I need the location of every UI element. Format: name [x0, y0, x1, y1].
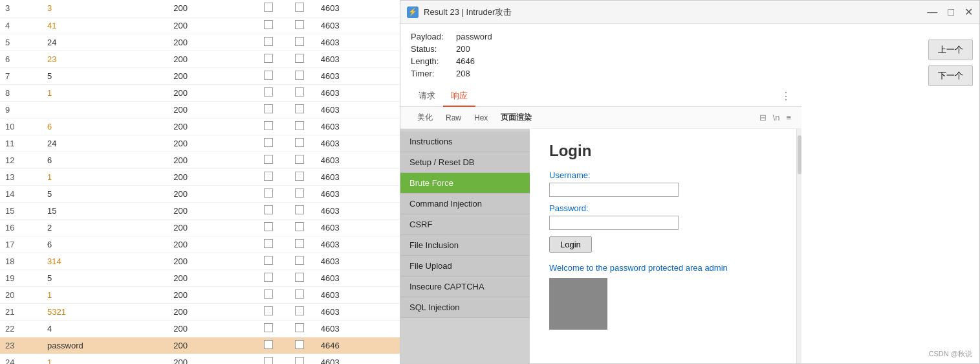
password-input[interactable] — [549, 216, 679, 230]
table-row[interactable]: 183142004603 — [0, 253, 400, 269]
row-check2[interactable] — [284, 34, 316, 51]
tab-more-icon[interactable]: ⋮ — [781, 90, 791, 102]
row-check1[interactable] — [252, 17, 284, 34]
table-row[interactable]: 11242004603 — [0, 135, 400, 152]
row-check2[interactable] — [284, 219, 316, 236]
table-row[interactable]: 23password2004646 — [0, 337, 400, 354]
row-check1[interactable] — [252, 236, 284, 253]
table-row[interactable]: 332004603 — [0, 0, 400, 17]
sub-tab-beautify[interactable]: 美化 — [411, 109, 439, 126]
sub-tab-render[interactable]: 页面渲染 — [494, 109, 538, 126]
row-check2[interactable] — [284, 168, 316, 185]
row-check1[interactable] — [252, 118, 284, 135]
nav-item-insecure-captcha[interactable]: Insecure CAPTCHA — [400, 277, 530, 297]
row-check1[interactable] — [252, 253, 284, 269]
row-check1[interactable] — [252, 34, 284, 51]
table-row[interactable]: 2012004603 — [0, 286, 400, 303]
row-check1[interactable] — [252, 354, 284, 364]
table-row[interactable]: 1062004603 — [0, 118, 400, 135]
row-check1[interactable] — [252, 337, 284, 354]
row-check2[interactable] — [284, 135, 316, 152]
nav-item-command-injection[interactable]: Command Injection — [400, 194, 530, 214]
row-check2[interactable] — [284, 286, 316, 303]
row-payload: 15 — [42, 202, 168, 219]
login-button[interactable]: Login — [549, 236, 592, 253]
row-check1[interactable] — [252, 135, 284, 152]
row-check2[interactable] — [284, 253, 316, 269]
username-input[interactable] — [549, 183, 679, 197]
table-row[interactable]: 1952004603 — [0, 269, 400, 286]
tab-request[interactable]: 请求 — [411, 86, 443, 107]
row-check2[interactable] — [284, 51, 316, 67]
format-icon[interactable]: ⊟ — [759, 113, 767, 122]
close-button[interactable]: ✕ — [964, 7, 973, 17]
nav-item-sql-injection[interactable]: SQL Injection — [400, 297, 530, 318]
row-check1[interactable] — [252, 269, 284, 286]
menu-icon[interactable]: ≡ — [786, 113, 791, 122]
row-check2[interactable] — [284, 84, 316, 101]
sub-tab-raw[interactable]: Raw — [439, 111, 468, 125]
nav-item-setup-/-reset-db[interactable]: Setup / Reset DB — [400, 152, 530, 173]
row-number: 12 — [0, 152, 42, 168]
results-table-container[interactable]: 3320046034412004603524200460362320046037… — [0, 0, 400, 364]
row-check1[interactable] — [252, 152, 284, 168]
table-row[interactable]: 6232004603 — [0, 51, 400, 67]
nav-item-csrf[interactable]: CSRF — [400, 214, 530, 235]
nav-item-file-inclusion[interactable]: File Inclusion — [400, 235, 530, 256]
row-check1[interactable] — [252, 202, 284, 219]
row-length: 4603 — [316, 303, 400, 320]
tab-response[interactable]: 响应 — [443, 86, 475, 107]
table-row[interactable]: 5242004603 — [0, 34, 400, 51]
scrollbar[interactable] — [796, 129, 801, 363]
table-row[interactable]: 4412004603 — [0, 17, 400, 34]
nav-item-brute-force[interactable]: Brute Force — [400, 173, 530, 194]
row-check2[interactable] — [284, 303, 316, 320]
table-row[interactable]: 2242004603 — [0, 320, 400, 337]
row-check2[interactable] — [284, 0, 316, 17]
row-check1[interactable] — [252, 84, 284, 101]
table-row[interactable]: 1312004603 — [0, 168, 400, 185]
nav-item-file-upload[interactable]: File Upload — [400, 256, 530, 277]
sub-tab-hex[interactable]: Hex — [468, 111, 494, 125]
row-check1[interactable] — [252, 0, 284, 17]
row-check2[interactable] — [284, 269, 316, 286]
row-length: 4603 — [316, 84, 400, 101]
table-row[interactable]: 2412004603 — [0, 354, 400, 364]
minimize-button[interactable]: — — [927, 7, 937, 17]
table-row[interactable]: 1262004603 — [0, 152, 400, 168]
row-check1[interactable] — [252, 185, 284, 202]
nav-item-instructions[interactable]: Instructions — [400, 131, 530, 152]
table-row[interactable]: 1622004603 — [0, 219, 400, 236]
row-check1[interactable] — [252, 67, 284, 84]
table-row[interactable]: 92004603 — [0, 101, 400, 118]
row-status: 200 — [168, 303, 252, 320]
maximize-button[interactable]: □ — [948, 7, 954, 17]
table-row[interactable]: 752004603 — [0, 67, 400, 84]
next-button[interactable]: 下一个 — [928, 65, 973, 86]
table-row[interactable]: 15152004603 — [0, 202, 400, 219]
table-row[interactable]: 1762004603 — [0, 236, 400, 253]
row-check1[interactable] — [252, 168, 284, 185]
row-check2[interactable] — [284, 236, 316, 253]
regex-icon[interactable]: \n — [773, 113, 780, 122]
row-check2[interactable] — [284, 152, 316, 168]
row-check2[interactable] — [284, 337, 316, 354]
row-check2[interactable] — [284, 185, 316, 202]
row-check1[interactable] — [252, 286, 284, 303]
table-row[interactable]: 812004603 — [0, 84, 400, 101]
row-check1[interactable] — [252, 320, 284, 337]
row-check1[interactable] — [252, 51, 284, 67]
row-check2[interactable] — [284, 17, 316, 34]
row-check2[interactable] — [284, 354, 316, 364]
prev-button[interactable]: 上一个 — [928, 40, 973, 60]
table-row[interactable]: 1452004603 — [0, 185, 400, 202]
row-check2[interactable] — [284, 320, 316, 337]
row-check2[interactable] — [284, 67, 316, 84]
row-check1[interactable] — [252, 219, 284, 236]
row-check2[interactable] — [284, 202, 316, 219]
row-check2[interactable] — [284, 101, 316, 118]
row-check1[interactable] — [252, 303, 284, 320]
table-row[interactable]: 2153212004603 — [0, 303, 400, 320]
row-check1[interactable] — [252, 101, 284, 118]
row-check2[interactable] — [284, 118, 316, 135]
